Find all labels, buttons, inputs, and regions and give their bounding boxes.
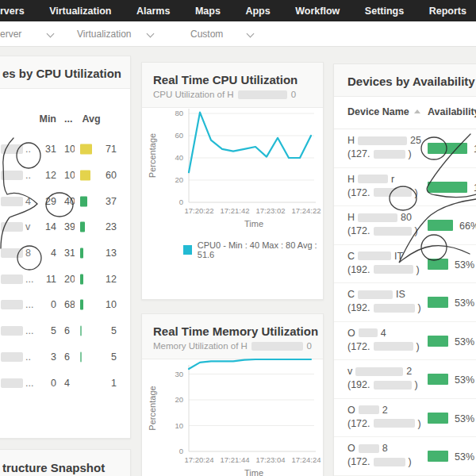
redacted-device-ip xyxy=(374,458,405,466)
cpu-table-row[interactable]: ...06810 xyxy=(0,292,130,318)
svg-text:17:20:22: 17:20:22 xyxy=(185,206,214,215)
chevron-down-icon[interactable] xyxy=(147,30,155,38)
device-ip-suffix: ) xyxy=(416,341,420,352)
avg-bar-wrap xyxy=(80,326,94,336)
device-ip: (172.) xyxy=(347,187,418,198)
svg-text:30: 30 xyxy=(175,370,183,378)
nav-item-settings[interactable]: Settings xyxy=(365,6,404,17)
top-nav: rversVirtualizationAlarmsMapsAppsWorkflo… xyxy=(0,0,476,21)
svg-text:10: 10 xyxy=(175,421,183,430)
max-value: 31 xyxy=(64,248,75,259)
legend-label: CPU0 - Min : 40 Max : 80 Avg : 51.6 xyxy=(198,240,323,259)
device-availability-row[interactable]: O4(172.)53% xyxy=(334,322,476,361)
toolbar-dropdown-0[interactable]: erver xyxy=(0,29,21,40)
availability-bar xyxy=(428,182,467,193)
device-ip-suffix: ) xyxy=(415,379,418,390)
toolbar-dropdown-1[interactable]: Virtualization xyxy=(77,29,131,40)
cpu-table-row[interactable]: v143923 xyxy=(0,214,130,240)
availability-percent: 53% xyxy=(455,298,474,309)
device-name-suffix: 2 xyxy=(406,366,412,377)
nav-item-maps[interactable]: Maps xyxy=(195,6,221,17)
device-availability-row[interactable]: H80(172.)66% xyxy=(334,206,476,245)
device-name-prefix: O xyxy=(347,405,355,416)
svg-text:17:21:42: 17:21:42 xyxy=(221,206,250,215)
svg-text:Time: Time xyxy=(244,468,263,476)
svg-text:17:24:22: 17:24:22 xyxy=(292,206,321,215)
device-name: v2 xyxy=(347,366,412,377)
svg-text:17:23:02: 17:23:02 xyxy=(256,206,286,215)
svg-text:80: 80 xyxy=(175,109,183,117)
cpu-table-row[interactable]: ...112012 xyxy=(0,266,130,292)
cpu-utilization-panel: es by CPU Utilization Min ... Avg ..3110… xyxy=(0,56,131,439)
device-availability-row[interactable]: O2(172.)53% xyxy=(334,399,476,438)
availability-col-header[interactable]: Availability (%) xyxy=(428,106,476,117)
cpu-table-row[interactable]: 843113 xyxy=(0,240,130,267)
device-name-suffix: ... xyxy=(25,378,33,389)
device-name-prefix: H xyxy=(347,212,355,223)
min-value: 0 xyxy=(36,299,56,310)
device-name: CIT xyxy=(347,251,403,262)
cpu-table-row[interactable]: 4294037 xyxy=(0,188,130,214)
cpu-table-row[interactable]: ...565 xyxy=(0,318,130,344)
realtime-cpu-panel: Real Time CPU Utilization CPU Utilizatio… xyxy=(141,62,324,300)
redacted-device-name xyxy=(1,171,23,180)
device-ip-prefix: (172. xyxy=(347,456,370,467)
cpu-table-row[interactable]: ..365 xyxy=(0,344,130,370)
cpu-table-row[interactable]: ...041 xyxy=(0,370,130,396)
device-availability-row[interactable]: O8(172.)53% xyxy=(334,437,476,476)
nav-item-alarms[interactable]: Alarms xyxy=(136,6,170,17)
redacted-device-name xyxy=(358,290,393,299)
nav-item-virtualization[interactable]: Virtualization xyxy=(49,6,111,17)
avg-value: 60 xyxy=(94,170,117,181)
device-name-suffix: IS xyxy=(396,289,405,300)
device-availability-row[interactable]: H25(127.)100% xyxy=(334,129,476,168)
svg-text:Percentage: Percentage xyxy=(148,386,157,430)
max-value: 39 xyxy=(64,221,75,232)
device-name-suffix: 8 xyxy=(382,443,388,454)
cpu-col-max[interactable]: ... xyxy=(64,113,72,125)
nav-item-rvers[interactable]: rvers xyxy=(0,6,25,17)
min-value: 0 xyxy=(36,378,56,389)
cpu-col-min[interactable]: Min xyxy=(36,113,56,125)
nav-item-apps[interactable]: Apps xyxy=(245,6,270,17)
device-availability-row[interactable]: Hr(172.)100% xyxy=(334,168,476,207)
redacted-device-ip xyxy=(374,150,405,159)
device-name-suffix: v xyxy=(25,221,30,232)
min-value: 12 xyxy=(36,170,56,181)
device-ip-prefix: (172. xyxy=(347,187,370,198)
avg-color-bar xyxy=(80,326,82,336)
avg-value: 37 xyxy=(94,196,117,207)
device-name: O2 xyxy=(347,405,388,416)
avg-bar-wrap xyxy=(80,144,94,155)
avg-value: 10 xyxy=(94,299,117,310)
device-availability-row[interactable]: CIT(192.)53% xyxy=(334,245,476,284)
avg-color-bar xyxy=(80,171,90,181)
cpu-table-row[interactable]: ..121060 xyxy=(0,163,130,189)
device-ip: (192.) xyxy=(347,379,418,390)
toolbar-dropdown-2[interactable]: Custom xyxy=(190,29,223,40)
redacted-device-name xyxy=(359,444,379,453)
device-availability-row[interactable]: v2(192.)53% xyxy=(334,360,476,399)
availability-bar xyxy=(428,413,448,424)
cpu-col-avg[interactable]: Avg xyxy=(81,113,102,125)
avg-bar-wrap xyxy=(80,196,94,206)
redacted-device-name xyxy=(358,251,391,260)
cpu-table-row[interactable]: ..311071 xyxy=(0,136,130,163)
device-availability-row[interactable]: CIS(192.)53% xyxy=(334,283,476,322)
redacted-device-name xyxy=(359,405,379,414)
chevron-down-icon[interactable] xyxy=(47,30,55,38)
device-ip-suffix: ) xyxy=(418,418,421,429)
avg-color-bar xyxy=(80,300,83,310)
nav-item-workflow[interactable]: Workflow xyxy=(295,6,340,17)
realtime-memory-panel: Real Time Memory Utilization Memory Util… xyxy=(141,313,324,476)
chevron-down-icon[interactable] xyxy=(247,30,255,38)
redacted-device-name xyxy=(1,222,23,232)
availability-bar xyxy=(428,143,467,154)
svg-text:40: 40 xyxy=(175,153,183,162)
nav-item-reports[interactable]: Reports xyxy=(429,6,466,17)
min-value: 31 xyxy=(36,144,56,155)
device-name-sort-header[interactable]: Device Name xyxy=(347,106,420,117)
avg-bar-wrap xyxy=(80,378,94,388)
device-name: O8 xyxy=(347,443,388,454)
redacted-device-name xyxy=(1,326,23,336)
